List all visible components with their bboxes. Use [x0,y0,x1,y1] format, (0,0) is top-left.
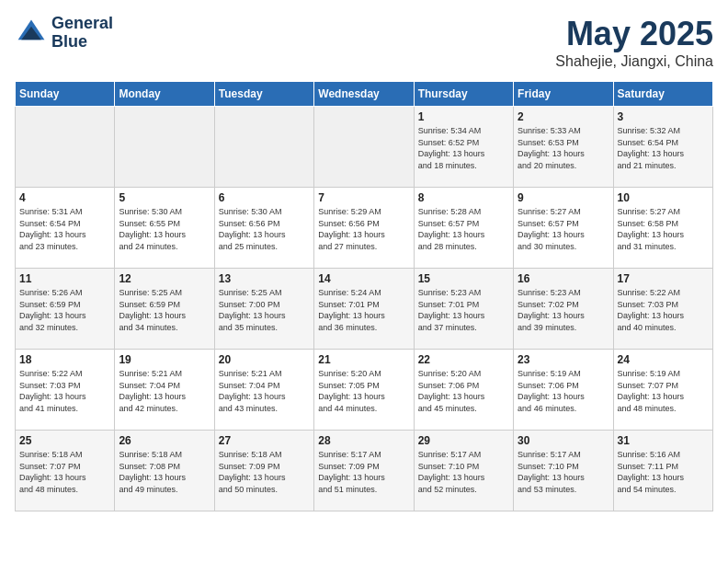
day-number: 28 [318,434,409,447]
calendar-cell: 25Sunrise: 5:18 AM Sunset: 7:07 PM Dayli… [16,431,115,511]
day-info: Sunrise: 5:25 AM Sunset: 6:59 PM Dayligh… [119,287,210,333]
day-info: Sunrise: 5:22 AM Sunset: 7:03 PM Dayligh… [19,368,110,414]
day-info: Sunrise: 5:31 AM Sunset: 6:54 PM Dayligh… [19,206,110,252]
day-number: 2 [518,110,609,123]
calendar-cell: 22Sunrise: 5:20 AM Sunset: 7:06 PM Dayli… [414,350,513,431]
day-number: 1 [418,110,509,123]
day-info: Sunrise: 5:18 AM Sunset: 7:07 PM Dayligh… [19,449,110,495]
calendar-cell [314,107,414,188]
weekday-header-row: SundayMondayTuesdayWednesdayThursdayFrid… [16,82,713,107]
day-number: 17 [618,272,709,285]
calendar-cell: 26Sunrise: 5:18 AM Sunset: 7:08 PM Dayli… [115,431,214,511]
calendar-cell: 17Sunrise: 5:22 AM Sunset: 7:03 PM Dayli… [613,269,712,350]
day-info: Sunrise: 5:22 AM Sunset: 7:03 PM Dayligh… [618,287,709,333]
day-number: 9 [518,191,609,204]
day-info: Sunrise: 5:17 AM Sunset: 7:10 PM Dayligh… [418,449,509,495]
calendar-cell: 31Sunrise: 5:16 AM Sunset: 7:11 PM Dayli… [613,431,712,511]
calendar-cell: 13Sunrise: 5:25 AM Sunset: 7:00 PM Dayli… [214,269,313,350]
calendar-cell [16,107,115,188]
day-number: 22 [418,353,509,366]
logo-text: General Blue [51,15,113,52]
day-info: Sunrise: 5:32 AM Sunset: 6:54 PM Dayligh… [618,125,709,171]
day-info: Sunrise: 5:34 AM Sunset: 6:52 PM Dayligh… [418,125,509,171]
logo: General Blue [15,15,113,52]
day-number: 18 [19,353,110,366]
calendar-cell: 7Sunrise: 5:29 AM Sunset: 6:56 PM Daylig… [314,188,414,269]
month-title: May 2025 [555,15,713,53]
calendar-cell: 8Sunrise: 5:28 AM Sunset: 6:57 PM Daylig… [414,188,513,269]
calendar-cell: 5Sunrise: 5:30 AM Sunset: 6:55 PM Daylig… [115,188,214,269]
day-number: 8 [418,191,509,204]
day-number: 23 [518,353,609,366]
calendar-cell: 30Sunrise: 5:17 AM Sunset: 7:10 PM Dayli… [514,431,613,511]
day-number: 16 [518,272,609,285]
page-header: General Blue May 2025 Shahejie, Jiangxi,… [15,15,713,70]
calendar-week-row: 18Sunrise: 5:22 AM Sunset: 7:03 PM Dayli… [16,350,713,431]
calendar-cell: 9Sunrise: 5:27 AM Sunset: 6:57 PM Daylig… [514,188,613,269]
day-info: Sunrise: 5:30 AM Sunset: 6:55 PM Dayligh… [119,206,210,252]
day-number: 4 [19,191,110,204]
day-info: Sunrise: 5:17 AM Sunset: 7:10 PM Dayligh… [518,449,609,495]
weekday-header-friday: Friday [514,82,613,107]
day-number: 25 [19,434,110,447]
day-number: 20 [219,353,310,366]
day-number: 19 [119,353,210,366]
day-number: 10 [618,191,709,204]
day-info: Sunrise: 5:23 AM Sunset: 7:02 PM Dayligh… [518,287,609,333]
day-number: 29 [418,434,509,447]
day-info: Sunrise: 5:25 AM Sunset: 7:00 PM Dayligh… [219,287,310,333]
calendar-week-row: 11Sunrise: 5:26 AM Sunset: 6:59 PM Dayli… [16,269,713,350]
logo-line1: General [51,15,113,33]
calendar-cell [214,107,313,188]
day-info: Sunrise: 5:18 AM Sunset: 7:08 PM Dayligh… [119,449,210,495]
calendar-cell: 15Sunrise: 5:23 AM Sunset: 7:01 PM Dayli… [414,269,513,350]
calendar-cell: 18Sunrise: 5:22 AM Sunset: 7:03 PM Dayli… [16,350,115,431]
day-number: 24 [618,353,709,366]
calendar-cell: 21Sunrise: 5:20 AM Sunset: 7:05 PM Dayli… [314,350,414,431]
calendar-cell: 12Sunrise: 5:25 AM Sunset: 6:59 PM Dayli… [115,269,214,350]
calendar-cell: 4Sunrise: 5:31 AM Sunset: 6:54 PM Daylig… [16,188,115,269]
day-number: 30 [518,434,609,447]
day-info: Sunrise: 5:21 AM Sunset: 7:04 PM Dayligh… [219,368,310,414]
day-info: Sunrise: 5:24 AM Sunset: 7:01 PM Dayligh… [318,287,409,333]
calendar-cell: 28Sunrise: 5:17 AM Sunset: 7:09 PM Dayli… [314,431,414,511]
calendar-week-row: 4Sunrise: 5:31 AM Sunset: 6:54 PM Daylig… [16,188,713,269]
day-info: Sunrise: 5:19 AM Sunset: 7:06 PM Dayligh… [518,368,609,414]
day-info: Sunrise: 5:16 AM Sunset: 7:11 PM Dayligh… [618,449,709,495]
day-number: 3 [618,110,709,123]
calendar-cell: 1Sunrise: 5:34 AM Sunset: 6:52 PM Daylig… [414,107,513,188]
weekday-header-sunday: Sunday [16,82,115,107]
day-info: Sunrise: 5:19 AM Sunset: 7:07 PM Dayligh… [618,368,709,414]
day-number: 21 [318,353,409,366]
day-number: 5 [119,191,210,204]
day-info: Sunrise: 5:23 AM Sunset: 7:01 PM Dayligh… [418,287,509,333]
day-info: Sunrise: 5:26 AM Sunset: 6:59 PM Dayligh… [19,287,110,333]
calendar-cell: 20Sunrise: 5:21 AM Sunset: 7:04 PM Dayli… [214,350,313,431]
calendar-cell: 10Sunrise: 5:27 AM Sunset: 6:58 PM Dayli… [613,188,712,269]
day-info: Sunrise: 5:20 AM Sunset: 7:06 PM Dayligh… [418,368,509,414]
day-number: 12 [119,272,210,285]
day-number: 11 [19,272,110,285]
calendar-week-row: 1Sunrise: 5:34 AM Sunset: 6:52 PM Daylig… [16,107,713,188]
calendar-cell: 29Sunrise: 5:17 AM Sunset: 7:10 PM Dayli… [414,431,513,511]
weekday-header-monday: Monday [115,82,214,107]
day-info: Sunrise: 5:29 AM Sunset: 6:56 PM Dayligh… [318,206,409,252]
day-number: 15 [418,272,509,285]
calendar-cell: 11Sunrise: 5:26 AM Sunset: 6:59 PM Dayli… [16,269,115,350]
day-info: Sunrise: 5:20 AM Sunset: 7:05 PM Dayligh… [318,368,409,414]
day-number: 6 [219,191,310,204]
day-info: Sunrise: 5:27 AM Sunset: 6:57 PM Dayligh… [518,206,609,252]
logo-line2: Blue [51,33,113,52]
calendar-cell: 19Sunrise: 5:21 AM Sunset: 7:04 PM Dayli… [115,350,214,431]
calendar-cell: 27Sunrise: 5:18 AM Sunset: 7:09 PM Dayli… [214,431,313,511]
location-subtitle: Shahejie, Jiangxi, China [555,53,713,70]
calendar-cell: 6Sunrise: 5:30 AM Sunset: 6:56 PM Daylig… [214,188,313,269]
weekday-header-thursday: Thursday [414,82,513,107]
title-block: May 2025 Shahejie, Jiangxi, China [555,15,713,70]
day-number: 7 [318,191,409,204]
day-info: Sunrise: 5:18 AM Sunset: 7:09 PM Dayligh… [219,449,310,495]
day-info: Sunrise: 5:30 AM Sunset: 6:56 PM Dayligh… [219,206,310,252]
calendar-cell: 3Sunrise: 5:32 AM Sunset: 6:54 PM Daylig… [613,107,712,188]
logo-icon [15,17,48,50]
day-number: 27 [219,434,310,447]
